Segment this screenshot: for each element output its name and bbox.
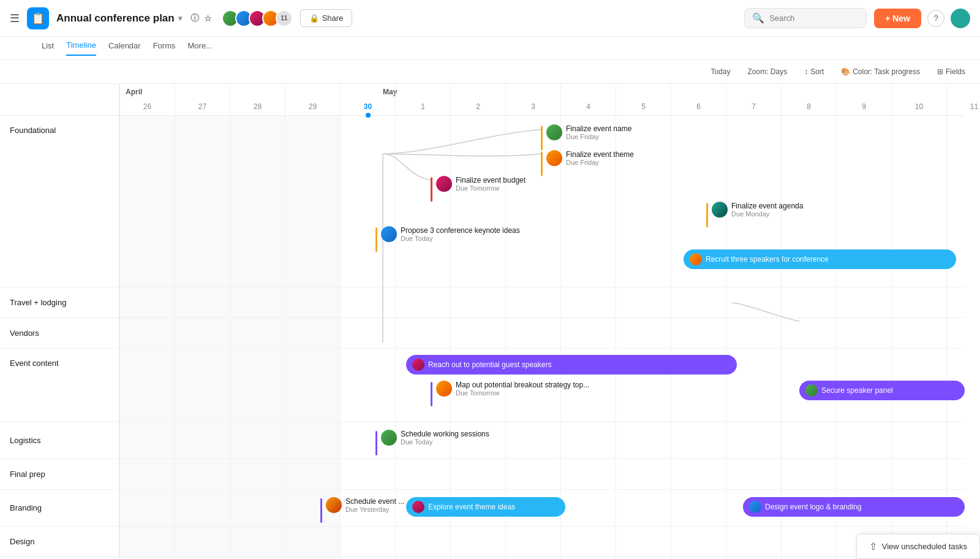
cell — [671, 422, 726, 458]
cell — [505, 318, 560, 348]
chevron-down-icon[interactable]: ▾ — [178, 14, 182, 23]
task-design-logo[interactable]: Design event logo & branding — [743, 497, 965, 517]
cell — [285, 527, 340, 557]
cell — [175, 287, 230, 318]
info-icon[interactable]: ⓘ — [190, 13, 199, 24]
task-finalize-event-agenda[interactable]: Finalize event agenda Due Monday — [706, 202, 803, 227]
cell — [230, 422, 285, 458]
row-label-logistics: Logistics — [0, 422, 119, 459]
row-promotion: Send save the da... — [119, 557, 965, 558]
cell — [781, 459, 836, 489]
user-avatar[interactable] — [951, 9, 970, 28]
cell — [781, 287, 836, 318]
cell — [450, 557, 505, 558]
cell — [340, 557, 395, 558]
cell — [175, 527, 230, 557]
date-col-5: 5 — [616, 84, 671, 115]
sort-button[interactable]: ↕ Sort — [799, 65, 829, 78]
cell — [836, 318, 891, 348]
cell — [175, 349, 230, 422]
cell — [230, 116, 285, 287]
row-label-foundational: Foundational — [0, 116, 119, 287]
row-vendors — [119, 318, 965, 349]
cell — [285, 116, 340, 287]
new-button[interactable]: + New — [874, 9, 921, 28]
tab-timeline[interactable]: Timeline — [66, 40, 96, 56]
date-col-29: 29 — [285, 84, 340, 115]
cell — [230, 490, 285, 526]
fields-button[interactable]: ⊞ Fields — [932, 65, 970, 78]
cell — [781, 318, 836, 348]
color-button[interactable]: 🎨 Color: Task progress — [836, 65, 925, 78]
unscheduled-bar[interactable]: ⇧ View unscheduled tasks — [856, 534, 980, 559]
cell — [119, 459, 175, 489]
avatar-count: 11 — [276, 10, 293, 27]
task-reach-out-speakers[interactable]: Reach out to potential guest speakers — [406, 355, 737, 375]
cell — [726, 557, 781, 558]
tab-forms[interactable]: Forms — [153, 41, 176, 55]
cell — [671, 527, 726, 557]
cell — [891, 287, 946, 318]
cell — [616, 527, 671, 557]
search-input[interactable] — [769, 13, 859, 23]
cell — [119, 527, 175, 557]
row-label-design: Design — [0, 527, 119, 557]
task-finalize-event-theme[interactable]: Finalize event theme Due Friday — [541, 150, 634, 176]
row-label-final-prep: Final prep — [0, 459, 119, 490]
cell — [230, 318, 285, 348]
task-schedule-event[interactable]: Schedule event ... Due Yesterday — [320, 497, 404, 523]
project-title-text: Annual conference plan — [56, 12, 175, 25]
row-final-prep — [119, 459, 965, 490]
tab-more[interactable]: More... — [188, 41, 213, 55]
task-map-breakout[interactable]: Map out potential breakout strategy top.… — [431, 381, 589, 406]
cell — [285, 557, 340, 558]
fields-icon: ⊞ — [937, 67, 943, 76]
cell — [560, 527, 616, 557]
task-schedule-sessions[interactable]: Schedule working sessions Due Today — [375, 430, 489, 455]
cell — [946, 422, 980, 458]
cell — [560, 422, 616, 458]
cell — [616, 459, 671, 489]
cell — [230, 287, 285, 318]
star-icon[interactable]: ☆ — [204, 13, 212, 23]
share-button[interactable]: 🔒 Share — [300, 9, 353, 27]
task-propose-keynote[interactable]: Propose 3 conference keynote ideas Due T… — [375, 226, 520, 252]
date-col-28: 28 — [230, 84, 285, 115]
tab-list[interactable]: List — [42, 41, 54, 55]
help-button[interactable]: ? — [927, 10, 944, 27]
date-col-9: 9 — [836, 84, 891, 115]
task-finalize-event-name[interactable]: Finalize event name Due Friday — [541, 124, 631, 150]
date-header: April May 26 27 28 29 30 1 2 3 4 5 6 7 8… — [119, 84, 965, 116]
today-button[interactable]: Today — [706, 65, 735, 78]
task-finalize-event-budget[interactable]: Finalize event budget Due Tomorrow — [431, 176, 526, 202]
cell — [230, 349, 285, 422]
cell — [671, 318, 726, 348]
cell — [119, 318, 175, 348]
cell — [119, 490, 175, 526]
zoom-button[interactable]: Zoom: Days — [742, 65, 792, 78]
project-title: Annual conference plan ▾ ⓘ ☆ — [56, 12, 212, 25]
cell — [230, 527, 285, 557]
hamburger-icon[interactable]: ☰ — [10, 12, 20, 25]
cell — [616, 318, 671, 348]
cell — [891, 422, 946, 458]
cell — [726, 318, 781, 348]
cell — [671, 459, 726, 489]
task-recruit-speakers[interactable]: Recruit three speakers for conference — [684, 249, 956, 269]
share-label: Share — [322, 13, 344, 23]
cell — [616, 557, 671, 558]
cell — [726, 459, 781, 489]
top-nav: ☰ 📋 Annual conference plan ▾ ⓘ ☆ 11 🔒 Sh… — [0, 0, 980, 37]
task-explore-theme[interactable]: Explore event theme ideas — [406, 497, 565, 517]
cell — [340, 459, 395, 489]
cell — [560, 557, 616, 558]
task-secure-speaker[interactable]: Secure speaker panel — [799, 381, 965, 400]
cell — [285, 422, 340, 458]
expand-icon: ⇧ — [869, 541, 877, 552]
row-branding: Schedule event ... Due Yesterday Explore… — [119, 490, 965, 527]
cell — [836, 459, 891, 489]
tab-calendar[interactable]: Calendar — [108, 41, 141, 55]
cell — [560, 318, 616, 348]
unscheduled-label: View unscheduled tasks — [882, 542, 967, 551]
row-labels: Foundational Travel + lodging Vendors Ev… — [0, 84, 119, 558]
